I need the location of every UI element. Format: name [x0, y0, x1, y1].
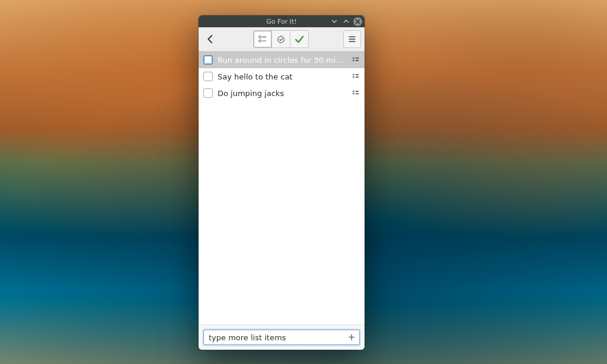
svg-rect-18	[356, 91, 359, 92]
task-row[interactable]: Do jumping jacks	[199, 85, 365, 101]
app-window: Go For It!	[199, 15, 365, 350]
svg-rect-10	[356, 58, 359, 59]
footer: +	[199, 324, 365, 350]
grip-icon	[352, 56, 359, 63]
svg-rect-15	[353, 76, 354, 78]
maximize-button[interactable]	[341, 17, 351, 26]
hamburger-icon	[347, 34, 357, 44]
task-label: Say hello to the cat	[218, 72, 347, 81]
drag-handle[interactable]	[352, 73, 360, 80]
clock-check-icon	[276, 34, 286, 44]
chevron-left-icon	[205, 34, 216, 44]
view-timer-button[interactable]	[271, 30, 290, 48]
new-item-input[interactable]	[203, 330, 360, 345]
svg-rect-19	[353, 93, 354, 94]
window-controls	[330, 15, 362, 27]
svg-rect-11	[353, 60, 354, 61]
menu-button[interactable]	[343, 30, 361, 48]
svg-point-4	[278, 36, 285, 43]
grip-icon	[352, 90, 359, 97]
drag-handle[interactable]	[352, 90, 360, 97]
task-checkbox[interactable]	[203, 88, 213, 98]
plus-icon: +	[348, 333, 356, 342]
chevron-down-icon	[331, 18, 337, 24]
svg-rect-0	[259, 36, 261, 38]
task-checkbox[interactable]	[203, 72, 213, 81]
view-switcher	[253, 30, 309, 48]
close-button[interactable]	[353, 17, 362, 26]
close-icon	[355, 19, 360, 24]
check-icon	[294, 34, 305, 44]
svg-rect-12	[356, 60, 359, 61]
new-item-wrap: +	[203, 330, 360, 345]
svg-rect-14	[356, 74, 359, 75]
task-list[interactable]: Run around in circles for 30 minutesSay …	[199, 52, 365, 324]
task-checkbox[interactable]	[203, 55, 213, 65]
svg-rect-9	[353, 58, 354, 59]
minimize-button[interactable]	[330, 17, 339, 26]
svg-rect-13	[353, 74, 354, 75]
titlebar[interactable]: Go For It!	[199, 15, 365, 27]
task-row[interactable]: Say hello to the cat	[199, 68, 365, 85]
view-todo-button[interactable]	[253, 30, 272, 48]
back-button[interactable]	[202, 31, 219, 47]
list-check-icon	[258, 34, 267, 44]
task-label: Run around in circles for 30 minutes	[218, 56, 347, 65]
drag-handle[interactable]	[352, 56, 360, 63]
svg-rect-20	[356, 93, 359, 94]
grip-icon	[352, 73, 359, 80]
add-item-button[interactable]: +	[346, 331, 357, 343]
header-toolbar	[199, 27, 365, 52]
svg-rect-1	[259, 40, 261, 41]
chevron-up-icon	[343, 18, 349, 24]
svg-rect-16	[356, 76, 359, 78]
task-row[interactable]: Run around in circles for 30 minutes	[199, 52, 365, 68]
task-label: Do jumping jacks	[218, 89, 347, 98]
view-done-button[interactable]	[290, 30, 309, 48]
svg-rect-17	[353, 91, 354, 92]
